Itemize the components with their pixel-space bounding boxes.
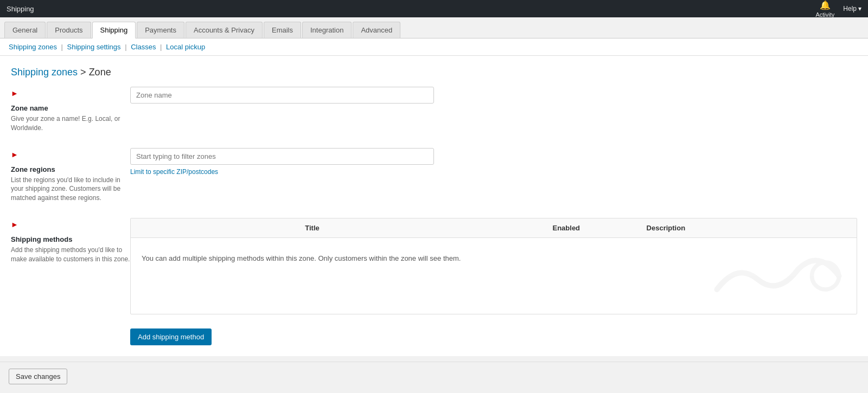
main-content: Shipping zones > Zone ► Zone name Give y…: [0, 56, 868, 356]
table-empty-cell: You can add multiple shipping methods wi…: [131, 237, 857, 314]
shipping-methods-label-col: ► Shipping methods Add the shipping meth…: [11, 218, 130, 264]
add-shipping-method-button[interactable]: Add shipping method: [130, 328, 212, 345]
tab-general[interactable]: General: [4, 22, 46, 38]
zone-regions-input[interactable]: [130, 148, 434, 165]
page-title: Shipping: [7, 5, 34, 13]
shipping-methods-desc: Add the shipping methods you'd like to m…: [11, 246, 130, 264]
subnav-sep-2: |: [125, 43, 129, 51]
activity-button[interactable]: 🔔 Activity: [815, 0, 834, 18]
zip-postcodes-link[interactable]: Limit to specific ZIP/postcodes: [130, 168, 857, 176]
tab-shipping[interactable]: Shipping: [92, 22, 136, 38]
breadcrumb-current: Zone: [89, 67, 111, 78]
zone-name-desc: Give your zone a name! E.g. Local, or Wo…: [11, 114, 130, 133]
subnav-shipping-settings[interactable]: Shipping settings: [67, 43, 121, 51]
zone-name-label-col: ► Zone name Give your zone a name! E.g. …: [11, 87, 130, 133]
subnav-local-pickup[interactable]: Local pickup: [166, 43, 205, 51]
help-button[interactable]: Help ▾: [843, 5, 861, 12]
table-header-row: Title Enabled Description: [131, 218, 857, 238]
tab-payments[interactable]: Payments: [137, 22, 184, 38]
zone-name-input-col: [130, 87, 857, 104]
tab-emails[interactable]: Emails: [264, 22, 301, 38]
zone-regions-label-col: ► Zone regions List the regions you'd li…: [11, 148, 130, 203]
tab-products[interactable]: Products: [47, 22, 91, 38]
shipping-methods-table-col: Title Enabled Description You can add mu…: [130, 218, 857, 314]
tab-bar: General Products Shipping Payments Accou…: [0, 17, 868, 38]
zone-regions-desc: List the regions you'd like to include i…: [11, 176, 130, 203]
shipping-methods-section: ► Shipping methods Add the shipping meth…: [11, 218, 857, 314]
col-header-description: Description: [639, 218, 857, 238]
activity-icon: 🔔: [820, 0, 831, 10]
breadcrumb-separator: >: [80, 67, 89, 78]
zone-name-label: Zone name: [11, 104, 130, 112]
help-label: Help: [843, 5, 857, 12]
shipping-methods-label: Shipping methods: [11, 235, 130, 243]
subnav-classes[interactable]: Classes: [131, 43, 156, 51]
zone-name-input[interactable]: [130, 87, 434, 104]
empty-message-area: You can add multiple shipping methods wi…: [142, 254, 846, 298]
chevron-down-icon: ▾: [858, 5, 861, 12]
required-arrow-2: ►: [11, 150, 18, 159]
required-arrow-3: ►: [11, 220, 18, 229]
tab-integration[interactable]: Integration: [302, 22, 352, 38]
col-header-title: Title: [131, 218, 494, 238]
subnav-sep-1: |: [61, 43, 65, 51]
table-empty-row: You can add multiple shipping methods wi…: [131, 237, 857, 314]
add-method-row: Add shipping method: [11, 323, 857, 345]
tab-accounts[interactable]: Accounts & Privacy: [186, 22, 263, 38]
tab-advanced[interactable]: Advanced: [353, 22, 400, 38]
top-bar-right: 🔔 Activity Help ▾: [815, 0, 861, 18]
zone-regions-input-col: Limit to specific ZIP/postcodes: [130, 148, 857, 176]
zone-regions-label: Zone regions: [11, 165, 130, 173]
breadcrumb: Shipping zones > Zone: [11, 67, 857, 78]
shipping-methods-table: Title Enabled Description You can add mu…: [131, 218, 857, 314]
subnav-sep-3: |: [160, 43, 164, 51]
col-header-enabled: Enabled: [494, 218, 639, 238]
empty-message-text: You can add multiple shipping methods wi…: [142, 254, 461, 262]
watermark: [683, 254, 846, 298]
shipping-methods-table-container: Title Enabled Description You can add mu…: [130, 218, 857, 314]
save-bar: Save changes: [0, 362, 868, 391]
activity-label: Activity: [815, 11, 834, 18]
zone-name-section: ► Zone name Give your zone a name! E.g. …: [11, 87, 857, 133]
zone-regions-section: ► Zone regions List the regions you'd li…: [11, 148, 857, 203]
top-bar: Shipping 🔔 Activity Help ▾: [0, 0, 868, 17]
subnav-shipping-zones[interactable]: Shipping zones: [9, 43, 57, 51]
required-arrow-1: ►: [11, 89, 18, 98]
breadcrumb-link[interactable]: Shipping zones: [11, 67, 78, 78]
sub-nav: Shipping zones | Shipping settings | Cla…: [0, 38, 868, 56]
save-changes-button[interactable]: Save changes: [9, 369, 67, 384]
svg-point-0: [812, 262, 839, 289]
